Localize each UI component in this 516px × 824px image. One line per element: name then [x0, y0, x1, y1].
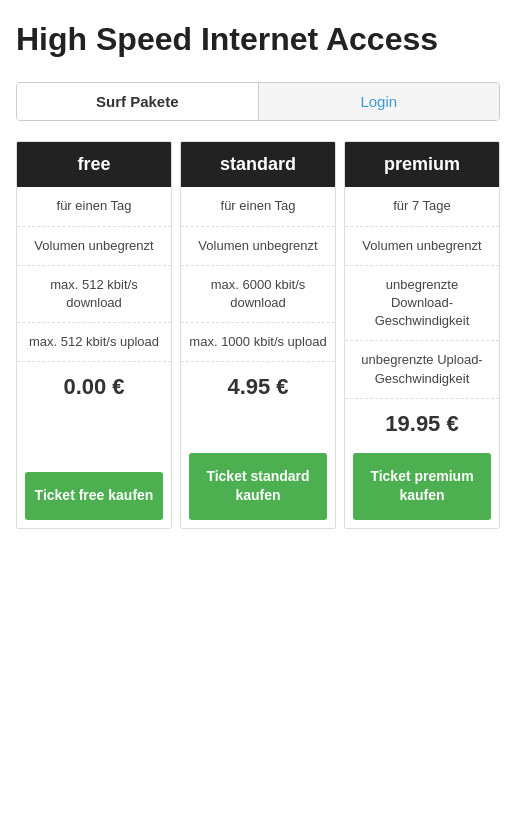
plan-premium-price: 19.95 € [345, 399, 499, 445]
plan-premium-duration: für 7 Tage [345, 187, 499, 226]
plan-free-btn-wrapper: Ticket free kaufen [17, 464, 171, 528]
page-title: High Speed Internet Access [16, 20, 500, 58]
plan-standard-duration: für einen Tag [181, 187, 335, 226]
plan-free-download: max. 512 kbit/s download [17, 266, 171, 323]
plan-premium-buy-button[interactable]: Ticket premium kaufen [353, 453, 491, 520]
plan-free: free für einen Tag Volumen unbegrenzt ma… [16, 141, 172, 529]
plan-standard-btn-wrapper: Ticket standard kaufen [181, 445, 335, 528]
plan-free-volume: Volumen unbegrenzt [17, 227, 171, 266]
plan-free-duration: für einen Tag [17, 187, 171, 226]
plan-standard-price: 4.95 € [181, 362, 335, 408]
plan-free-upload: max. 512 kbit/s upload [17, 323, 171, 362]
tab-surf-pakete[interactable]: Surf Pakete [17, 83, 259, 120]
plan-premium: premium für 7 Tage Volumen unbegrenzt un… [344, 141, 500, 529]
plan-free-header: free [17, 142, 171, 187]
plan-free-price: 0.00 € [17, 362, 171, 408]
plan-premium-volume: Volumen unbegrenzt [345, 227, 499, 266]
plan-standard: standard für einen Tag Volumen unbegrenz… [180, 141, 336, 529]
plan-standard-header: standard [181, 142, 335, 187]
plan-standard-volume: Volumen unbegrenzt [181, 227, 335, 266]
plan-premium-header: premium [345, 142, 499, 187]
plan-premium-upload: unbegrenzte Upload-Geschwindigkeit [345, 341, 499, 398]
plans-container: free für einen Tag Volumen unbegrenzt ma… [16, 141, 500, 529]
tab-login[interactable]: Login [259, 83, 500, 120]
plan-premium-btn-wrapper: Ticket premium kaufen [345, 445, 499, 528]
plan-free-buy-button[interactable]: Ticket free kaufen [25, 472, 163, 520]
plan-premium-download: unbegrenzte Download-Geschwindigkeit [345, 266, 499, 342]
plan-standard-upload: max. 1000 kbit/s upload [181, 323, 335, 362]
tabs-bar: Surf Pakete Login [16, 82, 500, 121]
plan-standard-download: max. 6000 kbit/s download [181, 266, 335, 323]
plan-standard-buy-button[interactable]: Ticket standard kaufen [189, 453, 327, 520]
